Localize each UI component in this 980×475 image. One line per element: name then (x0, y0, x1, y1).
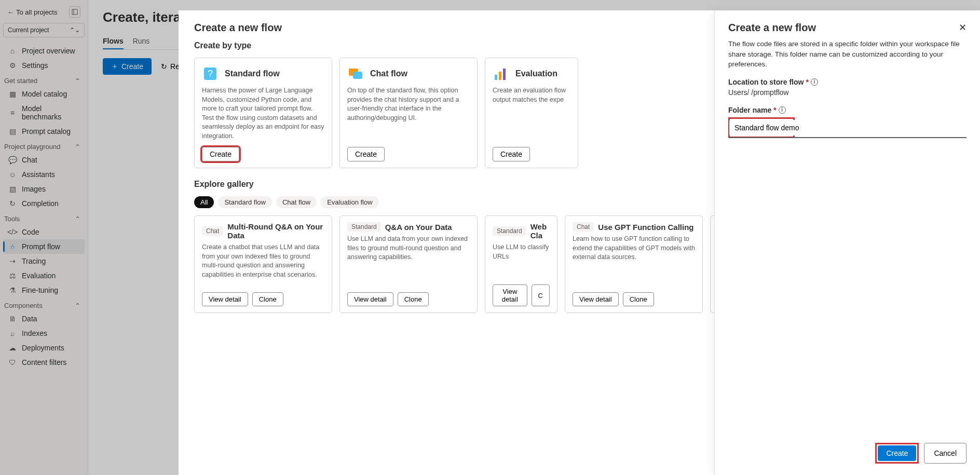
svg-rect-6 (495, 75, 497, 80)
create-standard-button[interactable]: Create (202, 147, 239, 161)
type-card-standard: ? Standard flow Harness the power of Lar… (194, 58, 332, 168)
panel-cancel-button[interactable]: Cancel (924, 443, 967, 464)
close-icon[interactable]: ✕ (959, 22, 967, 33)
required-marker: * (806, 78, 808, 86)
clone-button[interactable]: Clone (252, 292, 283, 306)
gallery-card: StandardQ&A on Your Data Use LLM and dat… (339, 215, 478, 313)
evaluation-flow-icon (493, 65, 509, 82)
gallery-title: Multi-Round Q&A on Your Data (227, 222, 324, 240)
location-label: Location to store flow * i (728, 78, 967, 86)
gallery-desc: Use LLM to classify URLs (493, 243, 550, 279)
gallery-title: Use GPT Function Calling (598, 223, 693, 232)
type-card-title: Chat flow (370, 69, 407, 78)
svg-text:?: ? (208, 69, 213, 79)
gallery-desc: Create a chatbot that uses LLM and data … (202, 243, 324, 287)
filter-all[interactable]: All (194, 196, 214, 208)
clone-button[interactable]: Clone (623, 292, 654, 306)
view-detail-button[interactable]: View detail (202, 292, 248, 306)
gallery-title: Web Cla (530, 222, 550, 240)
flow-config-panel: Create a new flow ✕ The flow code files … (714, 10, 980, 475)
chat-flow-icon (347, 65, 364, 82)
folder-name-input[interactable] (729, 120, 968, 135)
gallery-badge: Chat (573, 222, 594, 232)
info-icon[interactable]: i (811, 78, 818, 86)
type-card-desc: On top of the standard flow, this option… (347, 86, 470, 141)
svg-rect-8 (503, 69, 506, 80)
gallery-desc: Learn how to use GPT function calling to… (573, 235, 695, 287)
type-card-title: Standard flow (225, 69, 280, 78)
filter-evaluation[interactable]: Evaluation flow (321, 196, 378, 208)
info-icon[interactable]: i (779, 106, 786, 114)
clone-button[interactable]: Clone (398, 292, 429, 306)
filter-standard[interactable]: Standard flow (218, 196, 272, 208)
clone-button[interactable]: C (532, 284, 550, 306)
filter-chat[interactable]: Chat flow (276, 196, 317, 208)
svg-rect-7 (499, 72, 501, 80)
create-chat-button[interactable]: Create (347, 147, 385, 161)
gallery-desc: Use LLM and data from your own indexed f… (347, 235, 470, 287)
gallery-badge: Chat (202, 226, 223, 236)
gallery-badge: Standard (347, 222, 381, 232)
svg-rect-5 (353, 72, 362, 79)
panel-desc: The flow code files are stored in a spec… (728, 39, 967, 70)
gallery-card: StandardWeb Cla Use LLM to classify URLs… (485, 215, 557, 313)
label-text: Folder name (728, 106, 771, 114)
panel-create-button[interactable]: Create (878, 445, 916, 461)
location-value: Users/ /promptflow (728, 88, 967, 97)
view-detail-button[interactable]: View detail (347, 292, 393, 306)
gallery-card: ChatMulti-Round Q&A on Your Data Create … (194, 215, 332, 313)
label-text: Location to store flow (728, 78, 804, 86)
type-card-title: Evaluation (515, 69, 557, 78)
gallery-title: Q&A on Your Data (385, 223, 452, 232)
type-card-desc: Harness the power of Large Language Mode… (202, 86, 324, 141)
gallery-badge: Standard (493, 226, 526, 236)
type-card-evaluation: Evaluation Create an evaluation flow out… (485, 58, 578, 168)
gallery-card: ChatUse GPT Function Calling Learn how t… (565, 215, 703, 313)
folder-label: Folder name * i (728, 106, 967, 114)
view-detail-button[interactable]: View detail (493, 284, 527, 306)
standard-flow-icon: ? (202, 65, 219, 82)
view-detail-button[interactable]: View detail (573, 292, 619, 306)
panel-title: Create a new flow (728, 22, 816, 34)
type-card-desc: Create an evaluation flow output matches… (493, 86, 570, 141)
required-marker: * (773, 106, 776, 114)
type-card-chat: Chat flow On top of the standard flow, t… (339, 58, 478, 168)
create-evaluation-button[interactable]: Create (493, 147, 530, 161)
